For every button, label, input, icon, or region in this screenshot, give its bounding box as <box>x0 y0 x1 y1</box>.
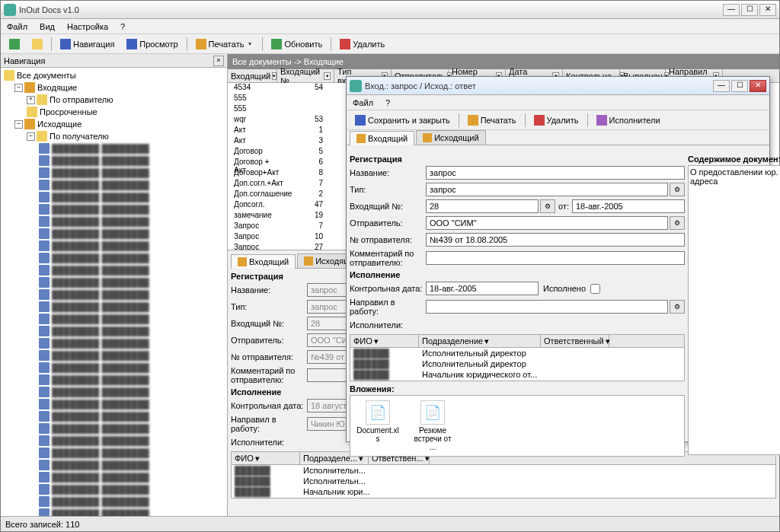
tree-recipient-item[interactable]: ████████ ████████ <box>2 508 225 516</box>
exec-column-header[interactable]: Ответственный▾ <box>541 335 609 347</box>
tree-recipient-item[interactable]: ████████ ████████ <box>2 483 225 495</box>
exec-grid-body[interactable]: ██████Исполнительн...██████Исполнительн.… <box>231 465 776 499</box>
tb-delete[interactable]: Удалить <box>334 36 390 53</box>
content-textarea[interactable]: О предоставлении юр. адреса <box>688 165 780 455</box>
dropdown-icon[interactable]: ▾ <box>246 40 254 48</box>
tb-open[interactable] <box>27 36 48 53</box>
grid-column-header[interactable]: Входящий▾ <box>228 69 277 82</box>
close-button[interactable]: ✕ <box>750 80 766 92</box>
grid-column-header[interactable]: Входящий №▾ <box>277 69 334 82</box>
innum-picker-button[interactable]: ⚙ <box>540 199 555 213</box>
dialog-titlebar[interactable]: Вход.: запрос / Исход.: ответ — ☐ ✕ <box>347 77 769 95</box>
filter-icon[interactable]: ▾ <box>484 336 489 346</box>
tb-refresh[interactable]: Обновить <box>266 36 328 53</box>
tree-outgoing[interactable]: −Исходящие <box>2 118 225 130</box>
minimize-button[interactable]: — <box>723 4 740 16</box>
tree-recipient-item[interactable]: ████████ ████████ <box>2 337 225 349</box>
expander-icon[interactable]: − <box>14 84 23 92</box>
tree-overdue[interactable]: Просроченные <box>2 106 225 118</box>
tree-recipient-item[interactable]: ████████ ████████ <box>2 471 225 483</box>
tree-recipient-item[interactable]: ████████ ████████ <box>2 142 225 155</box>
tree-recipient-item[interactable]: ████████ ████████ <box>2 276 225 288</box>
filter-icon[interactable]: ▾ <box>606 336 610 346</box>
exec-grid-body[interactable]: ██████Исполнительный директор██████Испол… <box>350 348 685 381</box>
close-button[interactable]: ✕ <box>759 4 776 16</box>
attachments-area[interactable]: 📄Document.xls📄Резюме встречи от ... <box>350 395 685 457</box>
tb-save-close[interactable]: Сохранить и закрыть <box>350 112 456 129</box>
type-input[interactable] <box>426 183 668 196</box>
sender-input[interactable] <box>426 216 668 230</box>
tree-recipient-item[interactable]: ████████ ████████ <box>2 301 225 313</box>
tb-print[interactable]: Печатать▾ <box>190 36 260 53</box>
tb-executors[interactable]: Исполнители <box>591 112 666 129</box>
type-picker-button[interactable]: ⚙ <box>670 183 685 196</box>
dialog-tab-incoming[interactable]: Входящий <box>350 131 414 145</box>
innum-date-input[interactable] <box>572 199 685 213</box>
menu-settings[interactable]: Настройка <box>64 21 111 33</box>
tree-recipient-item[interactable]: ████████ ████████ <box>2 435 225 447</box>
exec-row[interactable]: ██████Исполнительный директор <box>350 358 684 369</box>
tree-incoming[interactable]: −Входящие <box>2 81 225 94</box>
tree-recipient-item[interactable]: ████████ ████████ <box>2 264 225 276</box>
tree-recipient-item[interactable]: ████████ ████████ <box>2 447 225 459</box>
expander-icon[interactable]: − <box>14 120 23 129</box>
innum-input[interactable] <box>426 199 539 213</box>
tree-recipient-item[interactable]: ████████ ████████ <box>2 313 225 325</box>
tb-preview[interactable]: Просмотр <box>121 36 183 53</box>
sendnum-input[interactable] <box>426 233 685 247</box>
tree-root[interactable]: Все документы <box>2 69 225 81</box>
tree-recipient-item[interactable]: ████████ ████████ <box>2 410 225 422</box>
filter-icon[interactable]: ▾ <box>272 72 277 80</box>
exec-column-header[interactable]: Подразделение▾ <box>419 335 541 347</box>
tb-print[interactable]: Печатать <box>462 112 522 129</box>
nav-tree[interactable]: Все документы −Входящие +По отправителю … <box>1 68 227 516</box>
tree-recipient-item[interactable]: ████████ ████████ <box>2 252 225 264</box>
filter-icon[interactable]: ▾ <box>374 336 379 346</box>
tree-recipient-item[interactable]: ████████ ████████ <box>2 362 225 374</box>
maximize-button[interactable]: ☐ <box>731 80 748 92</box>
exec-row[interactable]: ██████Начальник юридического от... <box>350 369 684 380</box>
tree-by-sender[interactable]: +По отправителю <box>2 94 225 106</box>
exec-row[interactable]: ██████Исполнительн... <box>232 465 775 476</box>
tb-delete[interactable]: Удалить <box>529 112 584 129</box>
exec-column-header[interactable]: ФИО▾ <box>350 335 419 347</box>
tab-incoming[interactable]: Входящий <box>231 254 296 269</box>
exec-row[interactable]: ██████Начальник юри... <box>232 486 775 497</box>
tree-recipient-item[interactable]: ████████ ████████ <box>2 459 225 471</box>
sender-picker-button[interactable]: ⚙ <box>670 216 685 230</box>
tree-recipient-item[interactable]: ████████ ████████ <box>2 240 225 252</box>
tree-recipient-item[interactable]: ████████ ████████ <box>2 374 225 386</box>
menu-view[interactable]: Вид <box>37 21 58 33</box>
filter-icon[interactable]: ▾ <box>324 72 331 80</box>
minimize-button[interactable]: — <box>713 80 730 92</box>
tree-by-recipient[interactable]: −По получателю <box>2 130 225 142</box>
ctrldate-input[interactable] <box>426 282 539 295</box>
menu-help[interactable]: ? <box>117 21 128 33</box>
nav-close-button[interactable]: × <box>213 56 224 66</box>
tree-recipient-item[interactable]: ████████ ████████ <box>2 386 225 398</box>
tree-recipient-item[interactable]: ████████ ████████ <box>2 167 225 179</box>
tree-recipient-item[interactable]: ████████ ████████ <box>2 325 225 337</box>
exec-row[interactable]: ██████Исполнительн... <box>232 476 775 486</box>
exec-column-header[interactable]: ФИО▾ <box>232 452 300 464</box>
maximize-button[interactable]: ☐ <box>741 4 758 16</box>
attachment-item[interactable]: 📄Резюме встречи от ... <box>410 400 456 451</box>
sent-input[interactable] <box>426 300 668 314</box>
tree-recipient-item[interactable]: ████████ ████████ <box>2 191 225 203</box>
exec-row[interactable]: ██████Исполнительный директор <box>350 348 684 358</box>
tree-recipient-item[interactable]: ████████ ████████ <box>2 495 225 508</box>
dialog-menu-file[interactable]: Файл <box>350 97 376 109</box>
sent-picker-button[interactable]: ⚙ <box>670 300 685 314</box>
tree-recipient-item[interactable]: ████████ ████████ <box>2 155 225 167</box>
comment-input[interactable] <box>426 251 685 265</box>
tb-nav[interactable]: Навигация <box>55 36 120 53</box>
tree-recipient-item[interactable]: ████████ ████████ <box>2 203 225 215</box>
tree-recipient-item[interactable]: ████████ ████████ <box>2 349 225 362</box>
filter-icon[interactable]: ▾ <box>255 454 260 464</box>
tree-recipient-item[interactable]: ████████ ████████ <box>2 422 225 435</box>
menu-file[interactable]: Файл <box>4 21 30 33</box>
tree-recipient-item[interactable]: ████████ ████████ <box>2 215 225 228</box>
tree-recipient-item[interactable]: ████████ ████████ <box>2 228 225 240</box>
tree-recipient-item[interactable]: ████████ ████████ <box>2 288 225 301</box>
attachment-item[interactable]: 📄Document.xls <box>355 400 401 451</box>
